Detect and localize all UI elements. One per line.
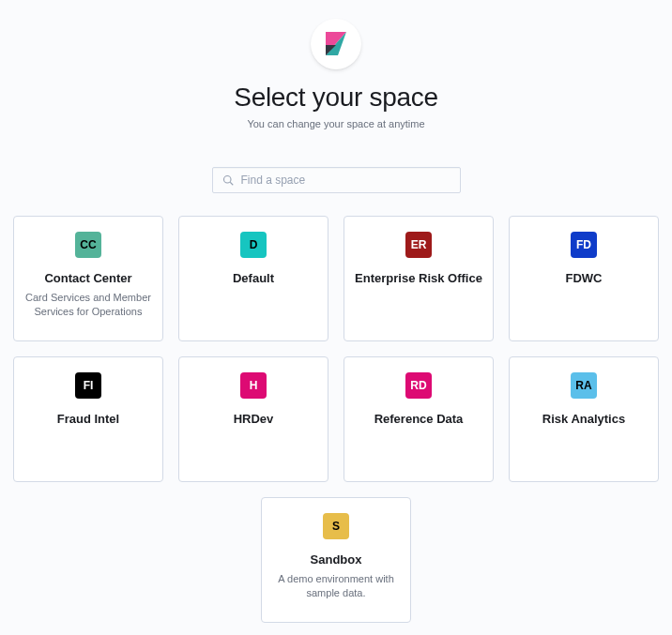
space-card[interactable]: HHRDev xyxy=(178,356,328,482)
space-card[interactable]: FDFDWC xyxy=(509,216,659,341)
space-avatar: RA xyxy=(571,372,597,399)
space-name: FDWC xyxy=(519,271,649,285)
search-icon xyxy=(222,174,234,186)
space-name: Fraud Intel xyxy=(23,412,153,426)
space-name: Enterprise Risk Office xyxy=(354,271,483,285)
space-avatar: FD xyxy=(571,232,597,258)
space-avatar: D xyxy=(240,232,267,258)
space-card[interactable]: CCContact CenterCard Services and Member… xyxy=(13,216,163,341)
space-card[interactable]: RDReference Data xyxy=(344,356,494,482)
space-card[interactable]: FIFraud Intel xyxy=(13,356,163,482)
search-box[interactable] xyxy=(212,167,461,193)
search-input[interactable] xyxy=(241,174,451,187)
space-card[interactable]: SSandboxA demo environment with sample d… xyxy=(261,497,411,623)
svg-line-4 xyxy=(230,182,233,185)
search-container xyxy=(0,167,672,193)
spaces-grid: CCContact CenterCard Services and Member… xyxy=(0,216,672,482)
space-card[interactable]: DDefault xyxy=(178,216,328,341)
svg-point-3 xyxy=(223,176,231,184)
space-name: Risk Analytics xyxy=(519,412,649,426)
logo-container xyxy=(0,19,672,69)
space-card[interactable]: RARisk Analytics xyxy=(509,356,659,482)
space-name: Sandbox xyxy=(271,552,401,567)
page-title: Select your space xyxy=(0,83,672,113)
space-card[interactable]: EREnterprise Risk Office xyxy=(344,216,494,341)
space-avatar: ER xyxy=(405,232,432,258)
space-name: Reference Data xyxy=(354,412,483,426)
kibana-logo xyxy=(311,19,361,69)
page-subtitle: You can change your space at anytime xyxy=(0,118,672,129)
space-avatar: RD xyxy=(405,372,432,399)
kibana-logo-icon xyxy=(326,32,346,56)
space-name: Contact Center xyxy=(23,271,153,285)
space-avatar: S xyxy=(323,513,349,539)
space-name: HRDev xyxy=(189,412,318,426)
spaces-grid-overflow: SSandboxA demo environment with sample d… xyxy=(0,497,672,623)
space-name: Default xyxy=(189,271,318,285)
space-avatar: FI xyxy=(75,372,101,399)
space-avatar: CC xyxy=(75,232,101,258)
space-avatar: H xyxy=(240,372,267,399)
space-description: A demo environment with sample data. xyxy=(271,572,401,601)
space-description: Card Services and Member Services for Op… xyxy=(23,291,153,320)
